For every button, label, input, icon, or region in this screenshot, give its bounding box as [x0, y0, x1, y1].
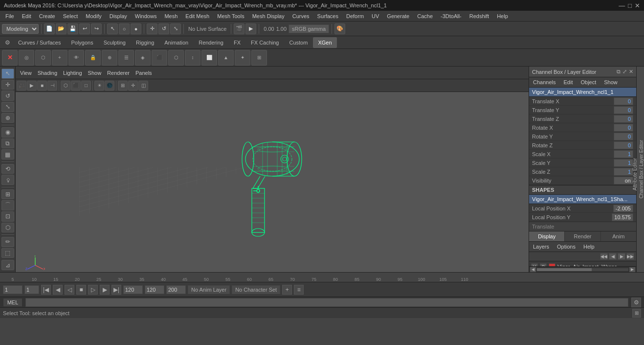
play-forward-btn[interactable]: ▷ [88, 285, 98, 295]
vp-wireframe-btn[interactable]: ⬡ [61, 81, 70, 91]
scale-btn[interactable]: ⤡ [170, 23, 181, 34]
scroll-right[interactable]: ▶ [629, 267, 635, 272]
shelf-icon-3[interactable]: + [52, 50, 67, 66]
shelf-icon-0[interactable]: ✕ [2, 50, 18, 66]
layer-nav-prev[interactable]: ◀ [609, 253, 617, 260]
snap-point-btn[interactable]: ⊡ [1, 211, 14, 222]
frame-end-anim-input[interactable] [123, 285, 143, 294]
menu-item-uv[interactable]: UV [368, 12, 382, 20]
menu-item-file[interactable]: File [2, 12, 18, 20]
channels-menu[interactable]: Channels [531, 78, 557, 86]
shelf-icon-6[interactable]: ⊕ [102, 50, 117, 66]
mirror-btn[interactable]: ⧉ [1, 138, 14, 149]
vp-stop-btn[interactable]: ■ [37, 81, 47, 91]
panels-menu[interactable]: Panels [133, 69, 155, 77]
translate-x-row[interactable]: Translate X 0 [529, 97, 636, 106]
menu-item-generate[interactable]: Generate [383, 12, 413, 20]
scale-z-value[interactable]: 1 [614, 168, 633, 176]
layer-nav-last[interactable]: ▶▶ [626, 253, 634, 260]
visibility-row[interactable]: Visibility on [529, 176, 636, 185]
play-back-btn[interactable]: ◁ [65, 285, 74, 295]
shelf-tab-fx-caching[interactable]: FX Caching [246, 37, 284, 48]
shelf-tab-sculpting[interactable]: Sculpting [99, 37, 131, 48]
shelf-tab-xgen[interactable]: XGen [313, 37, 336, 48]
rotate-z-row[interactable]: Rotate Z 0 [529, 141, 636, 150]
vp-shadow-btn[interactable]: 🌑 [105, 81, 114, 91]
vp-cam-btn[interactable]: 🎥 [17, 81, 26, 91]
frame-max-input[interactable] [166, 285, 186, 294]
colorbar-btn[interactable]: 🎨 [334, 23, 345, 34]
shelf-tab-rigging[interactable]: Rigging [131, 37, 159, 48]
shelf-icon-11[interactable]: ↕ [185, 50, 200, 66]
shelf-tab-animation[interactable]: Animation [159, 37, 193, 48]
layer-row-0[interactable]: V P Vigor_Air_Impact_Wrenc [529, 261, 636, 266]
lighting-menu[interactable]: Lighting [61, 69, 85, 77]
anim-tab[interactable]: Anim [601, 231, 636, 241]
local-pos-y-value[interactable]: 10.575 [612, 213, 633, 221]
redo-btn[interactable]: ↪ [91, 23, 102, 34]
new-btn[interactable]: 📄 [44, 23, 55, 34]
shelf-icon-9[interactable]: ⬛ [152, 50, 167, 66]
menu-item-mesh-display[interactable]: Mesh Display [249, 12, 288, 20]
translate-z-value[interactable]: 0 [614, 115, 633, 123]
anim-layer-add-btn[interactable]: + [282, 285, 292, 295]
shelf-icon-13[interactable]: ▲ [218, 50, 234, 66]
char-set-dropdown[interactable]: No Character Set [232, 285, 280, 294]
universal-tool-btn[interactable]: ⊕ [1, 113, 14, 123]
paint-btn[interactable]: ● [131, 23, 141, 34]
view-cube-btn[interactable]: ⊿ [1, 260, 14, 270]
goto-end-btn[interactable]: ▶| [111, 285, 121, 295]
save-btn[interactable]: 💾 [67, 23, 78, 34]
menu-item-mesh-tools[interactable]: Mesh Tools [214, 12, 247, 20]
rotate-x-row[interactable]: Rotate X 0 [529, 123, 636, 132]
options-menu[interactable]: Options [555, 243, 577, 251]
menu-item-surfaces[interactable]: Surfaces [314, 12, 342, 20]
step-back-btn[interactable]: ◀ [53, 285, 63, 295]
shelf-tab-fx[interactable]: FX [229, 37, 245, 48]
menu-item-redshift[interactable]: Redshift [466, 12, 492, 20]
translate-y-row[interactable]: Translate Y 0 [529, 106, 636, 115]
scale-y-row[interactable]: Scale Y 1 [529, 159, 636, 167]
layer-scrollbar[interactable]: ◀ ▶ [529, 266, 636, 272]
vp-light-btn[interactable]: ☀ [94, 81, 104, 91]
paint-attr-btn[interactable]: ✏ [1, 237, 14, 247]
channel-box-tab-label[interactable]: Channel Box / Layer Editor [639, 136, 644, 203]
scale-tool-btn[interactable]: ⤡ [1, 102, 14, 112]
grid-settings-btn[interactable]: ⊞ [632, 309, 641, 318]
history-btn[interactable]: ⟲ [1, 164, 14, 174]
channel-box-float-btn[interactable]: ⧉ [617, 69, 621, 75]
rotate-y-row[interactable]: Rotate Y 0 [529, 132, 636, 141]
show-menu[interactable]: Show [602, 78, 620, 86]
rotate-x-value[interactable]: 0 [614, 124, 633, 132]
lasso-btn[interactable]: ○ [119, 23, 130, 34]
scale-y-value[interactable]: 1 [614, 159, 633, 167]
translate-y-value[interactable]: 0 [614, 106, 633, 114]
layers-menu[interactable]: Layers [531, 243, 551, 251]
local-pos-x-row[interactable]: Local Position X -2.005 [529, 204, 636, 213]
shelf-tab-rendering[interactable]: Rendering [194, 37, 228, 48]
vp-flat-btn[interactable]: □ [81, 81, 91, 91]
select-btn[interactable]: ↖ [107, 23, 118, 34]
open-btn[interactable]: 📂 [56, 23, 67, 34]
layer-nav-first[interactable]: ◀◀ [600, 253, 608, 260]
menu-item-edit[interactable]: Edit [19, 12, 35, 20]
shelf-icon-10[interactable]: ⬡ [168, 50, 184, 66]
channel-box-expand-btn[interactable]: ⤢ [622, 69, 627, 75]
shading-menu[interactable]: Shading [35, 69, 60, 77]
shelf-tab-curves-surfaces[interactable]: Curves / Surfaces [13, 37, 66, 48]
frame-start-input[interactable] [3, 285, 22, 294]
menu-item-display[interactable]: Display [106, 12, 131, 20]
mel-label[interactable]: MEL [3, 298, 22, 307]
snap-curve-btn[interactable]: ⌒ [1, 200, 14, 210]
shelf-icon-5[interactable]: 🔒 [85, 50, 101, 66]
scale-x-row[interactable]: Scale X 1 [529, 150, 636, 159]
move-btn[interactable]: ✛ [147, 23, 157, 34]
move-tool-btn[interactable]: ✛ [1, 80, 14, 90]
render-tab[interactable]: Render [565, 231, 600, 241]
stop-btn[interactable]: ■ [76, 285, 86, 295]
maximize-btn[interactable]: □ [628, 2, 632, 9]
menu-item-help[interactable]: Help [493, 12, 511, 20]
object-menu[interactable]: Object [578, 78, 598, 86]
menu-item-edit-mesh[interactable]: Edit Mesh [182, 12, 213, 20]
layer-btn[interactable]: ⧬ [1, 175, 14, 185]
